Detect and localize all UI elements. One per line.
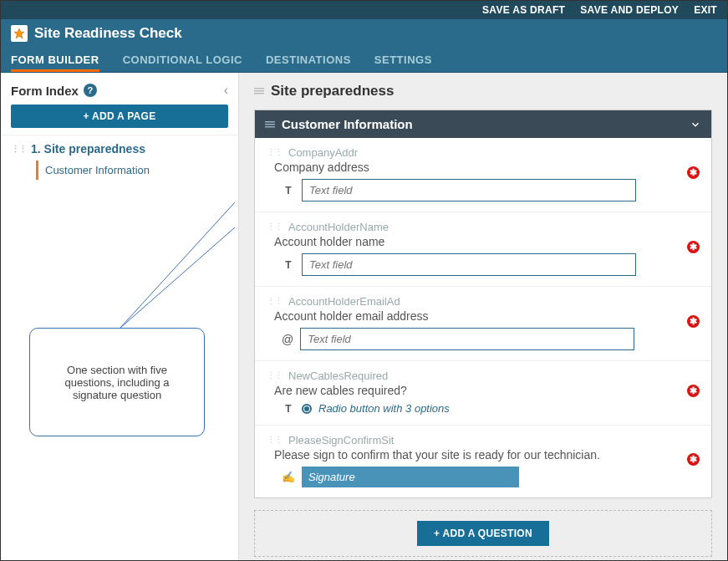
signature-field[interactable]: Signature	[302, 467, 519, 487]
svg-rect-4	[254, 90, 264, 92]
question-id: AccountHolderEmailAd	[288, 295, 400, 308]
text-type-icon: T	[282, 185, 295, 196]
title-bar: Site Readiness Check	[1, 19, 727, 48]
question-label: Account holder name	[274, 235, 384, 248]
page-title: Site preparedness	[271, 83, 394, 99]
drag-handle-icon[interactable]	[254, 86, 264, 96]
required-badge-icon[interactable]: ✱	[687, 241, 700, 253]
help-icon[interactable]: ?	[84, 84, 97, 97]
question-label: Are new cables required?	[274, 384, 407, 397]
question-label: Account holder email address	[274, 309, 428, 323]
email-type-icon: @	[282, 333, 293, 346]
email-field-input[interactable]	[300, 328, 634, 350]
radio-hint: Radio button with 3 options	[318, 402, 450, 415]
drag-handle-icon[interactable]	[267, 162, 267, 172]
required-badge-icon[interactable]: ✱	[687, 315, 700, 328]
svg-rect-5	[254, 93, 264, 94]
tab-settings[interactable]: SETTINGS	[374, 54, 432, 72]
save-and-deploy-link[interactable]: SAVE AND DEPLOY	[580, 4, 679, 16]
drag-handle-icon[interactable]: ⋮⋮	[267, 370, 282, 381]
svg-rect-7	[265, 124, 275, 125]
signature-type-icon: ✍	[282, 471, 295, 483]
top-action-bar: SAVE AS DRAFT SAVE AND DEPLOY EXIT	[1, 1, 727, 19]
section-customer-information: Customer Information ⋮⋮CompanyAddr Compa…	[254, 110, 712, 498]
drag-handle-icon[interactable]	[265, 120, 275, 130]
text-field-input[interactable]	[302, 253, 636, 276]
svg-rect-3	[254, 88, 264, 89]
svg-line-2	[120, 227, 235, 329]
text-field-input[interactable]	[302, 179, 636, 201]
tab-conditional-logic[interactable]: CONDITIONAL LOGIC	[123, 54, 242, 72]
tab-destinations[interactable]: DESTINATIONS	[266, 54, 351, 72]
form-index-heading: Form Index ?	[11, 84, 97, 98]
question-signature-confirm[interactable]: ⋮⋮PleaseSignConfirmSit Please sign to co…	[255, 426, 711, 497]
annotation-callout: One section with five questions, includi…	[29, 328, 205, 436]
drag-handle-icon[interactable]: ⋮⋮	[267, 296, 282, 307]
svg-line-1	[120, 202, 235, 329]
drag-handle-icon[interactable]	[267, 385, 267, 395]
required-badge-icon[interactable]: ✱	[687, 385, 700, 397]
main-panel: Site preparedness Customer Information	[239, 73, 727, 560]
section-header[interactable]: Customer Information	[255, 110, 711, 138]
collapse-sidebar-icon[interactable]: ‹	[224, 83, 228, 98]
sidebar-page-site-preparedness[interactable]: ⋮⋮ 1. Site preparedness	[11, 142, 228, 156]
sidebar: Form Index ? ‹ + ADD A PAGE ⋮⋮ 1. Site p…	[1, 73, 239, 560]
svg-marker-0	[14, 28, 24, 38]
question-id: AccountHolderName	[288, 221, 389, 233]
svg-rect-8	[265, 126, 275, 128]
save-as-draft-link[interactable]: SAVE AS DRAFT	[482, 4, 565, 16]
radio-icon	[302, 404, 312, 414]
drag-handle-icon[interactable]	[267, 311, 267, 321]
question-label: Please sign to confirm that your site is…	[274, 448, 600, 462]
form-title: Site Readiness Check	[34, 25, 182, 42]
add-page-button[interactable]: + ADD A PAGE	[11, 105, 228, 128]
exit-link[interactable]: EXIT	[694, 4, 717, 16]
drag-handle-icon[interactable]	[267, 237, 267, 247]
tab-form-builder[interactable]: FORM BUILDER	[11, 54, 99, 72]
question-id: NewCablesRequired	[288, 370, 388, 382]
question-id: PleaseSignConfirmSit	[288, 434, 394, 446]
add-question-button[interactable]: + ADD A QUESTION	[417, 521, 549, 546]
required-badge-icon[interactable]: ✱	[687, 453, 700, 466]
chevron-down-icon[interactable]	[690, 119, 701, 130]
drag-handle-icon[interactable]: ⋮⋮	[267, 222, 282, 232]
required-badge-icon[interactable]: ✱	[687, 166, 700, 179]
question-label: Company address	[274, 161, 369, 174]
question-new-cables-required[interactable]: ⋮⋮NewCablesRequired Are new cables requi…	[255, 361, 711, 426]
drag-handle-icon[interactable]	[267, 450, 267, 460]
question-id: CompanyAddr	[288, 146, 358, 159]
add-question-zone: + ADD A QUESTION	[254, 510, 712, 557]
drag-handle-icon[interactable]: ⋮⋮	[11, 144, 26, 155]
form-star-icon	[11, 25, 28, 42]
text-type-icon: T	[282, 259, 295, 271]
section-title: Customer Information	[282, 117, 413, 131]
question-account-holder-name[interactable]: ⋮⋮AccountHolderName Account holder name …	[255, 212, 711, 287]
tab-bar: FORM BUILDER CONDITIONAL LOGIC DESTINATI…	[1, 48, 727, 73]
drag-handle-icon[interactable]: ⋮⋮	[267, 147, 282, 158]
svg-rect-6	[265, 121, 275, 123]
drag-handle-icon[interactable]: ⋮⋮	[267, 435, 282, 446]
text-type-icon: T	[282, 403, 295, 415]
question-company-addr[interactable]: ⋮⋮CompanyAddr Company address T ✱	[255, 138, 711, 212]
sidebar-section-customer-information[interactable]: Customer Information	[36, 161, 228, 180]
question-account-holder-email[interactable]: ⋮⋮AccountHolderEmailAd Account holder em…	[255, 287, 711, 361]
